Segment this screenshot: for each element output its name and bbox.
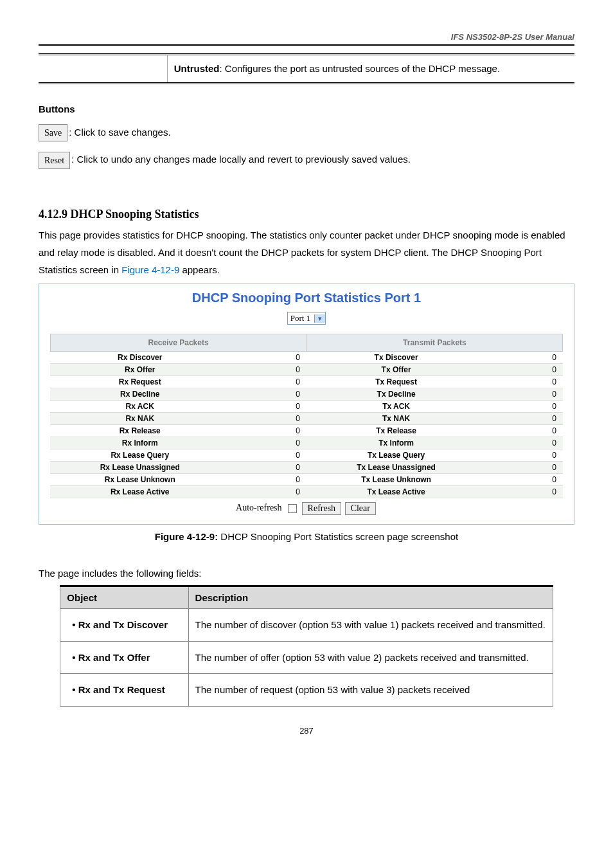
figure-caption-rest: DHCP Snooping Port Statistics screen pag… (220, 531, 458, 542)
rx-value: 0 (229, 425, 306, 437)
page-number: 287 (39, 726, 574, 736)
figure-caption: Figure 4-12-9: DHCP Snooping Port Statis… (39, 531, 574, 542)
rx-value: 0 (229, 474, 306, 486)
table-row: Rx ACK0Tx ACK0 (50, 401, 563, 413)
manual-title: IFS NS3502-8P-2S User Manual (39, 32, 574, 46)
rx-value: 0 (229, 486, 306, 498)
col-tx-header: Transmit Packets (306, 334, 563, 352)
tx-label: Tx Lease Unknown (306, 474, 486, 486)
auto-refresh-checkbox[interactable] (288, 504, 297, 513)
object-cell: Rx and Tx Offer (60, 641, 188, 674)
col-desc-header: Description (188, 586, 553, 609)
port-select-value: Port 1 (288, 312, 314, 324)
tx-label: Tx NAK (306, 413, 486, 425)
table-row: Rx Inform0Tx Inform0 (50, 437, 563, 449)
object-cell: Rx and Tx Request (60, 674, 188, 707)
reset-button[interactable]: Reset (39, 152, 70, 170)
rx-label: Rx Lease Unassigned (50, 462, 229, 474)
table-row: Rx Discover0Tx Discover0 (50, 352, 563, 364)
table-row: Rx and Tx OfferThe number of offer (opti… (60, 641, 553, 674)
rx-value: 0 (229, 376, 306, 388)
port-select[interactable]: Port 1▾ (287, 312, 326, 325)
rx-value: 0 (229, 449, 306, 462)
description-cell: The number of request (option 53 with va… (188, 674, 553, 707)
tx-label: Tx Release (306, 425, 486, 437)
rx-value: 0 (229, 437, 306, 449)
rx-value: 0 (229, 462, 306, 474)
screenshot-panel: DHCP Snooping Port Statistics Port 1 Por… (39, 284, 574, 525)
clear-button[interactable]: Clear (345, 502, 376, 515)
tx-label: Tx Decline (306, 388, 486, 401)
tx-label: Tx Lease Unassigned (306, 462, 486, 474)
tx-label: Tx Lease Query (306, 449, 486, 462)
rx-label: Rx Lease Active (50, 486, 229, 498)
tx-label: Tx Lease Active (306, 486, 486, 498)
section-intro: This page provides statistics for DHCP s… (39, 226, 574, 278)
screenshot-title: DHCP Snooping Port Statistics Port 1 (39, 291, 574, 305)
tx-label: Tx Inform (306, 437, 486, 449)
tx-value: 0 (486, 462, 563, 474)
table-row: Rx NAK0Tx NAK0 (50, 413, 563, 425)
rx-label: Rx Decline (50, 388, 229, 401)
untrusted-text: : Configures the port as untrusted sourc… (220, 63, 501, 74)
reset-button-text: : Click to undo any changes made locally… (71, 154, 411, 165)
rx-label: Rx Discover (50, 352, 229, 364)
rx-value: 0 (229, 388, 306, 401)
refresh-button[interactable]: Refresh (302, 502, 342, 515)
tx-label: Tx Offer (306, 364, 486, 376)
table-row: Rx and Tx DiscoverThe number of discover… (60, 609, 553, 642)
figure-link[interactable]: Figure 4-12-9 (121, 264, 179, 275)
tx-value: 0 (486, 364, 563, 376)
table-row: Rx Decline0Tx Decline0 (50, 388, 563, 401)
description-cell: The number of discover (option 53 with v… (188, 609, 553, 642)
save-button[interactable]: Save (39, 124, 67, 142)
chevron-down-icon: ▾ (314, 314, 325, 323)
tx-label: Tx Request (306, 376, 486, 388)
description-cell: The number of offer (option 53 with valu… (188, 641, 553, 674)
table-row: Rx Lease Query0Tx Lease Query0 (50, 449, 563, 462)
tx-label: Tx Discover (306, 352, 486, 364)
rx-label: Rx NAK (50, 413, 229, 425)
table-row: Rx Release0Tx Release0 (50, 425, 563, 437)
col-object-header: Object (60, 586, 188, 609)
tx-value: 0 (486, 376, 563, 388)
tx-value: 0 (486, 486, 563, 498)
tx-value: 0 (486, 474, 563, 486)
tx-value: 0 (486, 401, 563, 413)
rx-value: 0 (229, 364, 306, 376)
tx-value: 0 (486, 425, 563, 437)
auto-refresh-label: Auto-refresh (236, 503, 282, 513)
save-button-text: : Click to save changes. (69, 127, 170, 138)
stats-table: Receive Packets Transmit Packets Rx Disc… (50, 334, 564, 498)
description-table: Object Description Rx and Tx DiscoverThe… (60, 585, 553, 707)
col-rx-header: Receive Packets (50, 334, 306, 352)
table-row: Rx Lease Active0Tx Lease Active0 (50, 486, 563, 498)
table-row: Rx Offer0Tx Offer0 (50, 364, 563, 376)
table-row: Rx Request0Tx Request0 (50, 376, 563, 388)
fields-intro: The page includes the following fields: (39, 568, 574, 579)
rx-label: Rx Offer (50, 364, 229, 376)
tx-label: Tx ACK (306, 401, 486, 413)
rx-value: 0 (229, 352, 306, 364)
table-row: Rx and Tx RequestThe number of request (… (60, 674, 553, 707)
section-heading: 4.12.9 DHCP Snooping Statistics (39, 208, 574, 221)
untrusted-label: Untrusted (174, 63, 220, 74)
object-cell: Rx and Tx Discover (60, 609, 188, 642)
table-row: Rx Lease Unassigned0Tx Lease Unassigned0 (50, 462, 563, 474)
buttons-heading: Buttons (39, 104, 574, 114)
table-row: Rx Lease Unknown0Tx Lease Unknown0 (50, 474, 563, 486)
section-intro-b: appears. (179, 264, 220, 275)
figure-caption-bold: Figure 4-12-9: (155, 531, 221, 542)
untrusted-mode-table: Untrusted: Configures the port as untrus… (39, 53, 574, 84)
rx-label: Rx Release (50, 425, 229, 437)
tx-value: 0 (486, 388, 563, 401)
tx-value: 0 (486, 449, 563, 462)
tx-value: 0 (486, 352, 563, 364)
rx-value: 0 (229, 401, 306, 413)
rx-value: 0 (229, 413, 306, 425)
rx-label: Rx Lease Unknown (50, 474, 229, 486)
rx-label: Rx Inform (50, 437, 229, 449)
tx-value: 0 (486, 413, 563, 425)
rx-label: Rx Request (50, 376, 229, 388)
rx-label: Rx ACK (50, 401, 229, 413)
